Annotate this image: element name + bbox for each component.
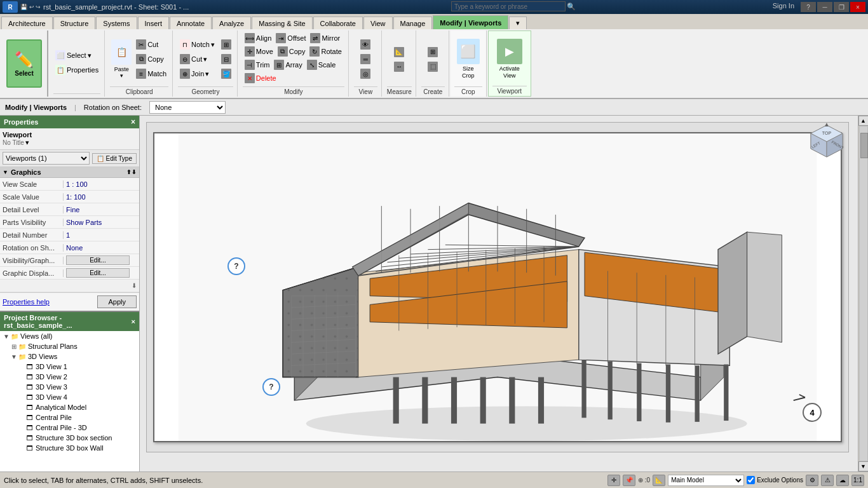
scale-value-value[interactable]: 1: 100 xyxy=(64,193,139,201)
properties-button[interactable]: 📋 Properties xyxy=(53,63,100,77)
rotation-select[interactable]: None xyxy=(149,101,226,114)
warning-status-icon[interactable]: ⚠ xyxy=(821,475,834,486)
close-button[interactable]: × xyxy=(850,2,865,12)
align-button[interactable]: ⟺ Align xyxy=(243,32,273,44)
tab-annotate[interactable]: Annotate xyxy=(170,17,212,29)
offset-button[interactable]: ⇥ Offset xyxy=(274,32,308,44)
dimension-button[interactable]: ↔ xyxy=(392,60,406,74)
browser-item-structure-3d-section[interactable]: 🗖 Structure 3D box section xyxy=(0,433,139,443)
measure-button[interactable]: 📐 xyxy=(392,45,406,59)
browser-item-3dview2[interactable]: 🗖 3D View 2 xyxy=(0,372,139,382)
visibility-edit-button[interactable]: Edit... xyxy=(66,255,130,265)
cut-geo-button[interactable]: ⊖ Cut ▾ xyxy=(178,52,217,66)
paste-button[interactable]: 📋 Paste ▾ xyxy=(110,35,133,83)
tab-analyze[interactable]: Analyze xyxy=(212,17,251,29)
browser-item-views-all[interactable]: ▼ 📁 Views (all) xyxy=(0,331,139,341)
copy-button[interactable]: ⧉ Copy xyxy=(134,52,168,66)
create-similar-button[interactable]: ⊞ xyxy=(426,45,440,59)
scroll-down-button[interactable]: ▼ xyxy=(858,461,869,471)
view-scale-value[interactable]: 1 : 100 xyxy=(64,180,139,188)
browser-item-3dview4[interactable]: 🗖 3D View 4 xyxy=(0,392,139,402)
canvas-area[interactable]: ? ? 4 TOP L xyxy=(140,116,868,471)
sign-in-link[interactable]: Sign In xyxy=(773,2,794,12)
tab-architecture[interactable]: Architecture xyxy=(1,17,53,29)
scale-button[interactable]: ⤡ Scale xyxy=(305,58,338,71)
graphic-display-edit-button[interactable]: Edit... xyxy=(66,268,130,278)
rotate-button[interactable]: ↻ Rotate xyxy=(308,45,343,58)
hide-view-button[interactable]: 👁 xyxy=(358,37,372,51)
detail-number-value[interactable]: 1 xyxy=(64,231,139,239)
tab-collaborate[interactable]: Collaborate xyxy=(313,17,363,29)
help-button[interactable]: ? xyxy=(801,2,816,12)
viewcube[interactable]: TOP LEFT FRONT ▲ xyxy=(804,122,849,166)
search-icon[interactable]: 🔍 xyxy=(567,3,576,11)
model-selector[interactable]: Main Model xyxy=(668,475,744,486)
tab-manage[interactable]: Manage xyxy=(393,17,433,29)
array-button[interactable]: ⊞ Array xyxy=(272,58,304,71)
paint-button[interactable]: 🪣 xyxy=(219,67,233,81)
trim-button[interactable]: ⊣ Trim xyxy=(243,58,272,71)
tab-systems[interactable]: Systems xyxy=(96,17,137,29)
viewcube-up-icon[interactable]: ▲ xyxy=(824,121,830,128)
browser-item-central-pile-3d[interactable]: 🗖 Central Pile - 3D xyxy=(0,423,139,433)
thin-lines-button[interactable]: ═ xyxy=(358,52,372,66)
notch-button[interactable]: ⊓ Notch ▾ xyxy=(178,37,217,51)
viewport-frame[interactable]: ? ? 4 xyxy=(153,132,842,442)
tab-insert[interactable]: Insert xyxy=(138,17,170,29)
exclude-options-checkbox[interactable]: Exclude Options xyxy=(747,476,803,484)
properties-help-link[interactable]: Properties help xyxy=(3,298,50,306)
wall-join-button[interactable]: ⊞ xyxy=(219,37,233,51)
size-crop-button[interactable]: ⬜ SizeCrop xyxy=(454,35,482,83)
browser-item-3d-views[interactable]: ▼ 📁 3D Views xyxy=(0,351,139,362)
svg-marker-51 xyxy=(718,232,747,354)
browser-close-button[interactable]: × xyxy=(132,318,135,325)
edit-type-button[interactable]: 📋 Edit Type xyxy=(92,153,137,164)
copy-tool-button[interactable]: ⧉ Copy xyxy=(276,45,308,58)
right-scrollbar[interactable]: ▲ ▼ xyxy=(858,116,868,471)
minimize-button[interactable]: ─ xyxy=(817,2,832,12)
browser-item-structural-plans[interactable]: ⊞ 📁 Structural Plans xyxy=(0,341,139,351)
pin-icon[interactable]: 📌 xyxy=(623,475,635,486)
tab-structure[interactable]: Structure xyxy=(53,17,96,29)
browser-item-structure-3d-wall[interactable]: 🗖 Structure 3D box Wall xyxy=(0,443,139,453)
cloud-status-icon[interactable]: ☁ xyxy=(836,475,849,486)
match-button[interactable]: ≡ Match xyxy=(134,67,168,81)
scroll-track[interactable] xyxy=(859,126,868,461)
tab-view[interactable]: View xyxy=(363,17,393,29)
browser-item-analytical[interactable]: 🗖 Analytical Model xyxy=(0,402,139,412)
scale-icon-status[interactable]: 📐 xyxy=(653,475,665,486)
move-button[interactable]: ✛ Move xyxy=(243,45,275,58)
tab-more[interactable]: ▾ xyxy=(509,17,527,29)
apply-button[interactable]: Apply xyxy=(97,295,137,308)
search-input[interactable] xyxy=(451,1,566,11)
split-button[interactable]: ⊟ xyxy=(219,52,233,66)
settings-status-icon[interactable]: ⚙ xyxy=(806,475,818,486)
type-dropdown-icon[interactable]: ▾ xyxy=(25,139,29,147)
viewports-dropdown[interactable]: Viewports (1) xyxy=(3,152,90,165)
properties-close-button[interactable]: × xyxy=(131,118,135,126)
modify-button[interactable]: ✏️ Select xyxy=(6,39,42,88)
browser-content[interactable]: ▼ 📁 Views (all) ⊞ 📁 Structural Plans ▼ 📁 xyxy=(0,331,139,471)
cut-button[interactable]: ✂ Cut xyxy=(134,37,168,51)
tab-massing[interactable]: Massing & Site xyxy=(252,17,312,29)
show-hidden-button[interactable]: ◎ xyxy=(358,67,372,81)
exclude-checkbox-input[interactable] xyxy=(747,476,755,484)
delete-button[interactable]: ✕ Delete xyxy=(243,72,278,85)
select-button[interactable]: ⬜ Select ▾ xyxy=(53,48,100,62)
activate-view-button[interactable]: ▶ Activate View xyxy=(492,35,527,83)
graphics-section-header[interactable]: ▼ Graphics ⬆⬇ xyxy=(0,167,139,178)
edit-boundary-button[interactable]: ⬚ xyxy=(426,60,440,74)
scroll-up-button[interactable]: ▲ xyxy=(858,116,869,126)
rotation-value[interactable]: None xyxy=(64,244,139,252)
browser-item-3dview1[interactable]: 🗖 3D View 1 xyxy=(0,362,139,372)
join-button[interactable]: ⊕ Join ▾ xyxy=(178,67,217,81)
browser-item-3dview3[interactable]: 🗖 3D View 3 xyxy=(0,382,139,392)
cursor-icon[interactable]: ✛ xyxy=(607,475,620,486)
parts-visibility-value[interactable]: Show Parts xyxy=(64,219,139,226)
tab-modify-viewports[interactable]: Modify | Viewports xyxy=(433,15,508,29)
mirror-button[interactable]: ⇌ Mirror xyxy=(308,32,342,44)
browser-item-central-pile[interactable]: 🗖 Central Pile xyxy=(0,412,139,423)
viewcube-svg[interactable]: TOP LEFT FRONT xyxy=(808,122,846,160)
detail-level-value[interactable]: Fine xyxy=(64,206,139,214)
restore-button[interactable]: ❐ xyxy=(834,2,849,12)
